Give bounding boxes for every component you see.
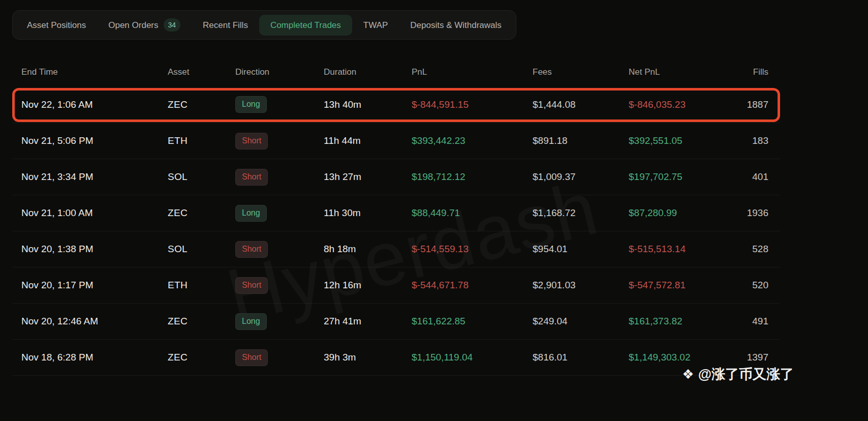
table-header: End TimeAssetDirectionDurationPnLFeesNet… [12,58,780,86]
pnl-cell: $393,442.23 [412,135,533,146]
net-pnl-cell: $197,702.75 [629,171,735,183]
duration-cell: 11h 30m [324,207,412,219]
asset-cell: SOL [168,244,235,255]
tab-recent-fills[interactable]: Recent Fills [192,15,259,36]
direction-cell: Long [235,313,324,330]
duration-cell: 39h 3m [324,352,412,363]
direction-cell: Short [235,349,324,366]
column-header-fills: Fills [735,67,768,77]
duration-cell: 8h 18m [324,244,412,255]
tab-label: Completed Trades [270,21,341,29]
duration-cell: 27h 41m [324,316,412,327]
direction-cell: Long [235,96,324,113]
fills-cell: 491 [735,316,768,327]
net-pnl-cell: $1,149,303.02 [629,352,735,363]
direction-badge: Short [235,133,268,149]
tab-completed-trades[interactable]: Completed Trades [259,15,352,36]
end-time-cell: Nov 20, 1:38 PM [21,244,168,255]
direction-badge: Short [235,349,268,366]
asset-cell: ZEC [168,207,235,219]
pnl-cell: $-844,591.15 [412,99,533,110]
tab-label: Deposits & Withdrawals [410,21,502,29]
net-pnl-cell: $392,551.05 [629,135,735,146]
asset-cell: ETH [168,280,235,291]
direction-badge: Long [235,96,267,113]
fills-cell: 520 [735,280,768,291]
tab-open-orders[interactable]: Open Orders 34 [97,12,192,38]
direction-badge: Short [235,277,268,294]
pnl-cell: $88,449.71 [412,207,533,219]
fees-cell: $816.01 [533,352,629,363]
table-row[interactable]: Nov 21, 5:06 PM ETH Short 11h 44m $393,4… [12,123,780,159]
fees-cell: $891.18 [533,135,629,146]
fees-cell: $954.01 [533,244,629,255]
direction-cell: Short [235,133,324,149]
fees-cell: $2,901.03 [533,280,629,291]
direction-cell: Short [235,169,324,186]
credit-handle: @涨了币又涨了 [698,365,794,383]
fees-cell: $1,009.37 [533,171,629,183]
direction-cell: Short [235,241,324,258]
end-time-cell: Nov 21, 1:00 AM [21,207,168,219]
duration-cell: 13h 40m [324,99,412,110]
column-header-pnl: PnL [412,67,533,77]
table-row[interactable]: Nov 21, 3:34 PM SOL Short 13h 27m $198,7… [12,159,780,195]
column-header-asset: Asset [168,67,235,77]
column-header-net-pnl: Net PnL [629,67,735,77]
duration-cell: 12h 16m [324,280,412,291]
fills-cell: 1397 [735,352,768,363]
end-time-cell: Nov 21, 3:34 PM [21,171,168,183]
tab-asset-positions[interactable]: Asset Positions [16,15,97,36]
direction-badge: Long [235,205,267,222]
fees-cell: $1,444.08 [533,99,629,110]
table-row[interactable]: Nov 20, 1:38 PM SOL Short 8h 18m $-514,5… [12,231,780,267]
tab-label: Open Orders [108,21,158,29]
fills-cell: 1887 [735,99,768,110]
direction-badge: Long [235,313,267,330]
direction-cell: Short [235,277,324,294]
table-row[interactable]: Nov 20, 1:17 PM ETH Short 12h 16m $-544,… [12,267,780,303]
credit-watermark: ❖ @涨了币又涨了 [682,365,794,383]
tab-label: TWAP [363,21,388,29]
table-row[interactable]: Nov 22, 1:06 AM ZEC Long 13h 40m $-844,5… [12,86,780,123]
end-time-cell: Nov 20, 12:46 AM [21,316,168,327]
fees-cell: $1,168.72 [533,207,629,219]
fills-cell: 183 [735,135,768,146]
tab-bar: Asset Positions Open Orders 34 Recent Fi… [12,10,516,40]
fills-cell: 528 [735,244,768,255]
pnl-cell: $1,150,119.04 [412,352,533,363]
asset-cell: ETH [168,135,235,146]
open-orders-count-badge: 34 [164,18,181,32]
pnl-cell: $-544,671.78 [412,280,533,291]
column-header-fees: Fees [533,67,629,77]
net-pnl-cell: $161,373.82 [629,316,735,327]
duration-cell: 11h 44m [324,135,412,146]
column-header-end-time: End Time [21,67,168,77]
table-row[interactable]: Nov 20, 12:46 AM ZEC Long 27h 41m $161,6… [12,303,780,339]
completed-trades-table: End TimeAssetDirectionDurationPnLFeesNet… [12,58,780,376]
tab-twap[interactable]: TWAP [352,15,399,36]
net-pnl-cell: $-846,035.23 [629,99,735,110]
end-time-cell: Nov 21, 5:06 PM [21,135,168,146]
direction-cell: Long [235,205,324,222]
table-row[interactable]: Nov 21, 1:00 AM ZEC Long 11h 30m $88,449… [12,195,780,231]
net-pnl-cell: $-547,572.81 [629,280,735,291]
asset-cell: ZEC [168,316,235,327]
net-pnl-cell: $87,280.99 [629,207,735,219]
end-time-cell: Nov 18, 6:28 PM [21,352,168,363]
table-row[interactable]: Nov 18, 6:28 PM ZEC Short 39h 3m $1,150,… [12,339,780,375]
tab-deposits-withdrawals[interactable]: Deposits & Withdrawals [399,15,513,36]
tab-label: Asset Positions [27,21,86,29]
pnl-cell: $198,712.12 [412,171,533,183]
tab-label: Recent Fills [203,21,248,29]
fills-cell: 1936 [735,207,768,219]
fees-cell: $249.04 [533,316,629,327]
asset-cell: ZEC [168,352,235,363]
direction-badge: Short [235,169,268,186]
direction-badge: Short [235,241,268,258]
pnl-cell: $161,622.85 [412,316,533,327]
end-time-cell: Nov 22, 1:06 AM [21,99,168,110]
asset-cell: SOL [168,171,235,183]
column-header-direction: Direction [235,67,324,77]
duration-cell: 13h 27m [324,171,412,183]
